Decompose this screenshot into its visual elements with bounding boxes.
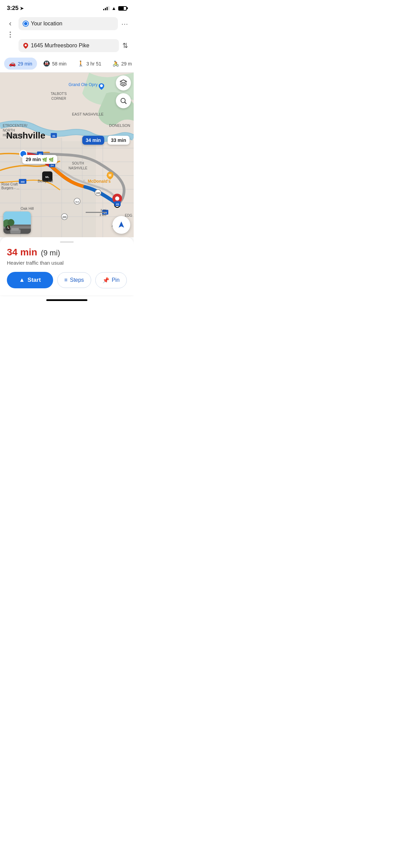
svg-text:440: 440 <box>21 181 25 183</box>
origin-text: Your location <box>31 21 113 27</box>
svg-point-18 <box>115 196 119 201</box>
back-button[interactable]: ‹ <box>5 19 15 28</box>
start-button[interactable]: ▲ Start <box>7 272 53 288</box>
status-icons: ▲ <box>103 5 127 11</box>
battery-icon <box>118 6 127 11</box>
tab-bike[interactable]: 🚴 29 m <box>108 58 134 70</box>
more-button[interactable]: ··· <box>121 20 128 28</box>
origin-row: ‹ Your location ··· <box>5 17 128 30</box>
location-arrow-icon: ➤ <box>20 6 24 11</box>
streetview-thumbnail[interactable] <box>3 212 31 234</box>
route-bar: ‹ Your location ··· 1645 Murfreesboro Pi… <box>0 14 134 55</box>
route-distance: (9 mi) <box>41 249 60 257</box>
route-connector <box>5 30 15 39</box>
route-time: 34 min <box>7 247 37 257</box>
drive-icon: 🚗 <box>9 60 16 67</box>
origin-dot-icon <box>23 21 28 26</box>
scale-bar: 2 mi 2 km <box>86 208 106 217</box>
walk-icon: 🚶 <box>77 60 84 67</box>
search-map-button[interactable] <box>116 93 131 108</box>
pin-button[interactable]: 📌 Pin <box>95 272 127 288</box>
svg-text:ML: ML <box>45 176 49 179</box>
svg-text:41: 41 <box>52 134 56 137</box>
grand-ole-label: Grand Ole Opry <box>69 82 98 87</box>
edg-label: EDG <box>125 214 132 217</box>
svg-text:M: M <box>109 173 111 177</box>
east-nashville-label: EAST NASHVILLE <box>72 112 104 116</box>
home-indicator <box>46 299 87 301</box>
svg-text:24: 24 <box>51 164 54 167</box>
svg-line-42 <box>125 102 126 104</box>
destination-text: 1645 Murfreesboro Pike <box>31 43 114 49</box>
tab-drive[interactable]: 🚗 29 min <box>4 58 37 70</box>
action-buttons: ▲ Start ≡ Steps 📌 Pin <box>7 272 127 288</box>
svg-text:255: 255 <box>62 216 66 218</box>
svg-rect-51 <box>11 228 19 231</box>
berry-hill-label: Berry Hill <box>38 179 53 183</box>
tab-transit[interactable]: 🚇 58 min <box>38 58 71 70</box>
layers-button[interactable] <box>116 75 131 91</box>
origin-input[interactable]: Your location <box>19 17 118 30</box>
drive-time: 29 min <box>18 61 32 67</box>
svg-point-19 <box>100 84 103 87</box>
transport-tabs: 🚗 29 min 🚇 58 min 🚶 3 hr 51 🚴 29 m <box>0 55 134 73</box>
bike-icon: 🚴 <box>112 60 119 67</box>
destination-row: 1645 Murfreesboro Pike ⇅ <box>5 39 128 52</box>
time-bubble-alt: 33 min <box>108 136 130 145</box>
route-summary: 34 min (9 mi) <box>7 247 127 258</box>
tab-walk[interactable]: 🚶 3 hr 51 <box>73 58 106 70</box>
swap-button[interactable]: ⇅ <box>122 41 128 50</box>
bike-time: 29 m <box>121 61 132 67</box>
destination-input[interactable]: 1645 Murfreesboro Pike <box>19 39 119 52</box>
oak-hill-label: Oak Hill <box>21 206 34 210</box>
status-bar: 3:25 ➤ ▲ <box>0 0 134 14</box>
svg-text:41A: 41A <box>75 201 79 203</box>
svg-point-0 <box>25 44 27 46</box>
walk-time: 3 hr 51 <box>86 61 101 67</box>
wifi-icon: ▲ <box>111 5 116 11</box>
status-time: 3:25 ➤ <box>7 5 24 12</box>
bottom-handle <box>60 241 74 243</box>
pin-icon: 📌 <box>102 277 109 284</box>
navigate-button[interactable] <box>112 216 130 234</box>
steps-button[interactable]: ≡ Steps <box>57 272 91 288</box>
bottom-sheet: 34 min (9 mi) Heavier traffic than usual… <box>0 237 134 295</box>
time-bubble-green: 29 min 🌿 <box>22 155 57 164</box>
donelson-label: DONELSON <box>109 123 130 128</box>
signal-icon <box>103 6 109 10</box>
time-bubble-primary: 34 min <box>82 136 104 145</box>
transit-icon: 🚇 <box>43 60 50 67</box>
start-arrow-icon: ▲ <box>19 277 25 284</box>
map[interactable]: 41 24 40 440 155 255 41A 24 41 ML <box>0 73 134 237</box>
transit-time: 58 min <box>52 61 66 67</box>
steps-icon: ≡ <box>64 277 68 283</box>
svg-text:41: 41 <box>116 203 119 206</box>
destination-pin-icon <box>23 43 28 48</box>
time-display: 3:25 <box>7 5 19 12</box>
traffic-note: Heavier traffic than usual <box>7 260 127 266</box>
svg-text:155: 155 <box>96 192 100 194</box>
